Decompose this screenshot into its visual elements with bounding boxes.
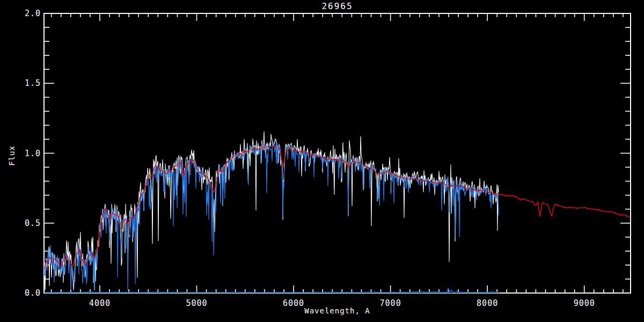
model-template-red-line <box>44 146 630 270</box>
chart-title: 26965 <box>44 1 631 11</box>
y-tick-label: 2.0 <box>17 9 41 18</box>
y-tick-label: 0.5 <box>17 218 41 228</box>
x-tick-label: 8000 <box>471 298 503 308</box>
y-tick-label: 0.0 <box>17 288 41 298</box>
x-tick-label: 5000 <box>181 298 213 308</box>
observed-spectrum-blue-line <box>44 142 499 290</box>
sky-zero-line <box>45 289 499 293</box>
x-tick-label: 4000 <box>84 298 116 308</box>
y-axis-label: Flux <box>8 129 16 182</box>
spectrum-plot-svg <box>0 0 644 322</box>
x-tick-label: 9000 <box>568 298 601 308</box>
axis-ticks <box>44 13 631 293</box>
spectra-group <box>44 131 630 293</box>
x-tick-label: 6000 <box>277 298 310 308</box>
x-axis-label: Wavelength, A <box>44 306 631 315</box>
y-tick-label: 1.5 <box>17 78 41 88</box>
spectrum-figure: 26965 Wavelength, A Flux 400050006000700… <box>0 0 644 322</box>
y-tick-label: 1.0 <box>17 149 41 158</box>
axes-box <box>44 13 631 293</box>
x-tick-label: 7000 <box>375 298 407 308</box>
